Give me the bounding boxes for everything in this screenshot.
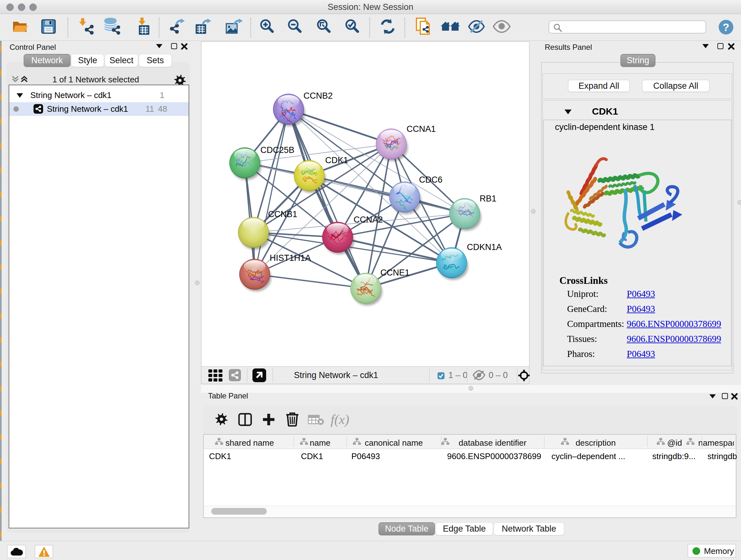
svg-text:CCNE1: CCNE1	[381, 268, 410, 277]
svg-text:RB1: RB1	[480, 194, 496, 203]
svg-text:CCNA2: CCNA2	[354, 215, 383, 225]
svg-text:CDC25B: CDC25B	[260, 145, 294, 155]
svg-text:HIST1H1A: HIST1H1A	[270, 253, 311, 263]
svg-text:CCNB2: CCNB2	[304, 91, 333, 101]
svg-text:CDC6: CDC6	[419, 175, 443, 185]
svg-text:CDK1: CDK1	[325, 155, 348, 165]
svg-text:CCNA1: CCNA1	[407, 124, 436, 134]
svg-text:CDKN1A: CDKN1A	[467, 242, 502, 252]
svg-text:CCNB1: CCNB1	[268, 209, 297, 219]
